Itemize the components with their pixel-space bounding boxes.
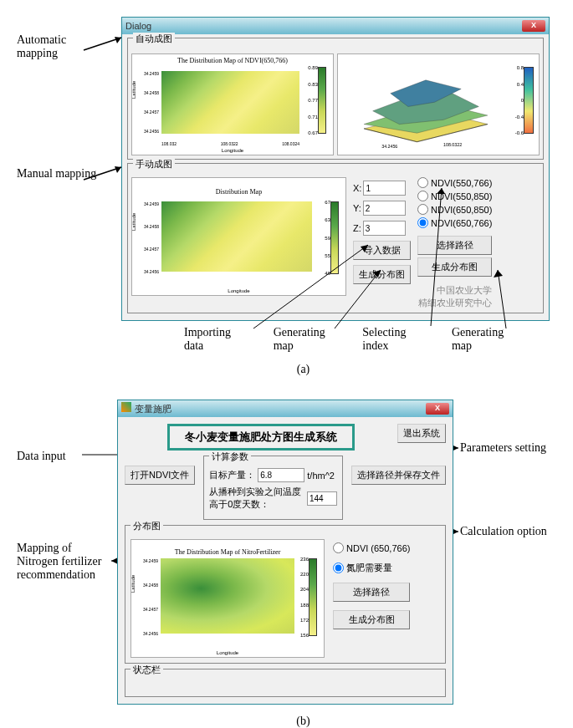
svg-text:108.0322: 108.0322 [443,142,462,147]
radio-ndvi-550-850[interactable] [417,191,428,201]
select-path-button-b[interactable]: 选择路径 [333,583,410,602]
radio-nitrogen-option[interactable] [333,563,344,573]
x-axis-label: Longitude [222,148,243,153]
radio-label: NDVI(550,766) [431,178,492,188]
dist-chart-title: The Distribution Map of NitroFertilizer [131,540,324,556]
manual-mapping-group: 手动成图 Distribution Map Latitude 34.245934… [127,163,544,313]
param-group-label: 计算参数 [209,451,251,463]
days-input[interactable] [307,491,337,506]
dist-y-label: Latitude [130,575,136,593]
annotations-bottom-a: Importing data Generating map Selecting … [184,326,519,353]
target-yield-input[interactable] [258,468,304,482]
import-data-button[interactable]: 导入数据 [353,241,411,260]
close-icon[interactable]: X [426,403,449,415]
dist-x-label: Longitude [217,650,238,655]
generate-map-button-2[interactable]: 生成分布图 [417,257,492,277]
svg-text:34.2456: 34.2456 [381,144,397,149]
manual-y-ticks: 34.245934.245834.245734.2456 [142,201,159,274]
x-input[interactable] [363,181,406,196]
z-input[interactable] [363,221,406,236]
select-save-button[interactable]: 选择路径并保存文件 [351,466,446,485]
radio-ndvi-650-766[interactable] [417,217,428,228]
ndvi-radio-group: NDVI(550,766) NDVI(550,850) NDVI(650,850… [417,177,492,309]
svg-marker-1 [115,37,121,43]
status-group: 状态栏 [125,669,446,697]
colorbar-2d [318,67,326,134]
manual-heatmap [161,201,312,272]
main-title: 冬小麦变量施肥处方图生成系统 [167,424,355,451]
colorbar-ticks: 0.890.830.770.710.67 [304,65,318,135]
annotation-mapping: Mapping of Nitrogen fertilizer recommend… [17,542,113,582]
status-label: 状态栏 [130,664,163,676]
generate-map-button-1[interactable]: 生成分布图 [353,265,411,284]
manual-group-label: 手动成图 [133,158,175,171]
y-label: Y: [353,203,361,213]
radio-label: NDVI(650,850) [431,205,492,215]
distribution-group: 分布图 The Distribution Map of NitroFertili… [125,525,446,664]
credit-text: 中国农业大学精细农业研究中心 [417,284,492,309]
dialog-b-titlebar: 变量施肥 X [118,400,453,417]
annotation-manual: Manual mapping [17,167,109,181]
x-label: X: [353,183,361,193]
manual-colorbar [330,201,339,274]
radio-label: NDVI (650,766) [346,543,410,553]
dialog-b: 变量施肥 X 冬小麦变量施肥处方图生成系统 退出系统 打开NDVI文件 计算参数… [117,400,453,705]
chart-3d-panel: 34.2456 108.0322 0.80.40-0.4-0.6 [337,53,540,155]
target-yield-unit: t/hm^2 [307,471,335,481]
dist-y-ticks: 34.245934.245834.245734.2456 [141,558,158,636]
annotation-data-input: Data input [17,450,66,463]
manual-y-label: Latitude [131,213,136,231]
xyz-inputs: X: Y: Z: 导入数据 生成分布图 [353,177,411,309]
select-path-button[interactable]: 选择路径 [417,236,492,255]
dialog-b-title: 变量施肥 [121,402,171,415]
annotation-gen-map-1: Generating map [274,326,340,353]
radio-ndvi-option[interactable] [333,542,344,553]
manual-chart-panel: Distribution Map Latitude 34.245934.2458… [131,177,346,296]
auto-group-label: 自动成图 [133,33,175,45]
manual-chart-title: Distribution Map [132,178,345,196]
param-group: 计算参数 目标产量： t/hm^2 从播种到实验之间温度高于0度天数： [203,456,343,520]
colorbar3d-ticks: 0.80.40-0.4-0.6 [510,65,524,135]
y-axis-label: Latitude [131,81,136,99]
heatmap-2d [161,71,299,134]
manual-colorbar-ticks: 6763595549 [317,200,330,276]
radio-label: NDVI(550,850) [431,191,492,201]
z-label: Z: [353,223,361,233]
radio-ndvi-550-766[interactable] [417,177,428,188]
dist-heatmap [161,558,294,634]
y-input[interactable] [363,201,406,216]
annotation-automatic: Automatic mapping [17,33,109,60]
dialog-a: Dialog X 自动成图 The Distribution Map of ND… [121,17,550,321]
target-yield-label: 目标产量： [209,469,255,481]
colorbar-3d [524,67,534,134]
x-axis-ticks: 108.032108.0322108.0324 [161,141,299,146]
app-icon [121,402,131,412]
radio-label: NDVI(650,766) [431,218,492,228]
days-label: 从播种到实验之间温度高于0度天数： [209,486,304,511]
annotation-calc-option: Calculation option [460,525,547,538]
dist-colorbar-ticks: 236220204188172156 [295,557,309,638]
dialog-a-titlebar: Dialog X [122,18,549,34]
annotation-selecting: Selecting index [362,326,429,353]
exit-button[interactable]: 退出系统 [397,424,446,443]
y-axis-ticks: 34.245934.245834.245734.2456 [142,71,159,134]
dist-colorbar [309,558,317,636]
radio-ndvi-650-850[interactable] [417,204,428,215]
annotation-params: Parameters setting [460,441,546,455]
close-icon[interactable]: X [522,20,545,32]
annotation-gen-map-2: Generating map [452,326,519,353]
sub-label-a: (a) [17,363,573,376]
dist-chart-panel: The Distribution Map of NitroFertilizer … [130,539,325,658]
dialog-a-title: Dialog [125,21,151,31]
sub-label-b: (b) [17,715,573,728]
manual-x-label: Longitude [228,288,249,293]
svg-marker-3 [115,166,121,173]
annotation-importing: Importing data [184,326,251,353]
chart-2d-title: The Distribution Map of NDVI(650,766) [132,54,333,64]
open-ndvi-button[interactable]: 打开NDVI文件 [125,466,195,485]
auto-mapping-group: 自动成图 The Distribution Map of NDVI(650,76… [127,38,544,160]
generate-map-button-b[interactable]: 生成分布图 [333,610,410,629]
dist-group-label: 分布图 [130,520,163,532]
radio-label: 氮肥需要量 [346,562,392,574]
surface-3d: 34.2456 108.0322 [346,67,505,155]
